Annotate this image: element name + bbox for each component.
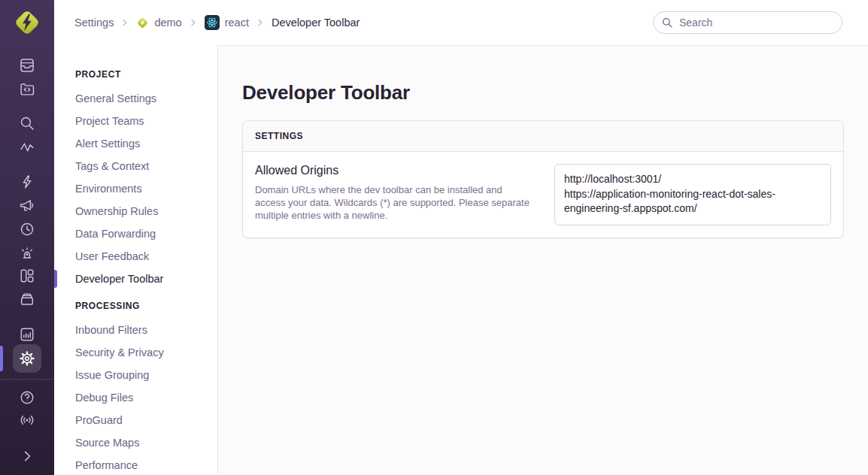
broadcast-icon: [19, 412, 35, 428]
feedback-megaphone-icon: [19, 197, 35, 213]
sidebar-item-user-feedback[interactable]: User Feedback: [54, 245, 217, 268]
sidebar-item-source-maps[interactable]: Source Maps: [54, 431, 217, 454]
sidebar-item-performance[interactable]: Performance: [54, 454, 217, 475]
breadcrumb-project-react[interactable]: react: [205, 15, 249, 30]
sidebar-item-debug-files[interactable]: Debug Files: [54, 386, 217, 409]
sidebar-item-data-forwarding[interactable]: Data Forwarding: [54, 222, 217, 245]
sentry-logo-icon: [13, 8, 41, 37]
traces-icon: [19, 139, 35, 156]
nav-replays[interactable]: [12, 217, 42, 241]
search-input[interactable]: [653, 11, 842, 34]
breadcrumb-current-page: Developer Toolbar: [272, 17, 360, 29]
help-icon: [19, 389, 35, 406]
field-info: Allowed Origins Domain URLs where the de…: [255, 164, 554, 222]
breadcrumb-label: Settings: [74, 17, 114, 29]
explore-search-icon: [19, 115, 35, 132]
sidebar-item-inbound-filters[interactable]: Inbound Filters: [54, 319, 217, 341]
rail-divider: [0, 379, 54, 380]
nav-dashboards[interactable]: [12, 264, 42, 288]
sidebar-section-processing: PROCESSING: [54, 301, 217, 311]
nav-traces[interactable]: [12, 135, 42, 159]
alerts-lightning-icon: [19, 174, 35, 190]
nav-help[interactable]: [12, 386, 42, 410]
chevron-separator-icon: [189, 18, 198, 27]
nav-feedback[interactable]: [12, 193, 42, 217]
releases-archive-icon: [19, 291, 35, 307]
sidebar-item-general-settings[interactable]: General Settings: [54, 87, 217, 110]
settings-gear-icon: [19, 350, 35, 367]
sidebar-item-tags-context[interactable]: Tags & Context: [54, 155, 217, 177]
breadcrumb-label: Developer Toolbar: [272, 17, 360, 29]
sentry-diamond-icon: [136, 17, 149, 29]
allowed-origins-label: Allowed Origins: [255, 164, 533, 177]
sidebar-item-security-privacy[interactable]: Security & Privacy: [54, 341, 217, 364]
breadcrumb-label: react: [225, 17, 249, 29]
nav-expand[interactable]: [12, 444, 42, 468]
issues-icon: [19, 57, 35, 74]
nav-stats[interactable]: [12, 322, 42, 346]
sidebar-item-ownership-rules[interactable]: Ownership Rules: [54, 200, 217, 222]
sidebar-item-alert-settings[interactable]: Alert Settings: [54, 132, 217, 155]
breadcrumb-settings[interactable]: Settings: [74, 17, 114, 29]
search-box: [653, 11, 842, 34]
sidebar-item-proguard[interactable]: ProGuard: [54, 409, 217, 431]
stats-bar-chart-icon: [19, 326, 35, 343]
search-icon: [661, 17, 673, 32]
nav-whats-new[interactable]: [12, 408, 42, 432]
rail-active-indicator: [0, 346, 3, 371]
panel-body: Allowed Origins Domain URLs where the de…: [243, 152, 843, 238]
breadcrumb: Settings demo: [74, 15, 360, 30]
nav-issues[interactable]: [12, 53, 42, 77]
breadcrumb-label: demo: [154, 17, 181, 29]
nav-releases[interactable]: [12, 287, 42, 311]
nav-settings[interactable]: [13, 344, 41, 373]
field-input: http://localhost:3001/ https://applicati…: [554, 164, 831, 225]
panel-header: SETTINGS: [243, 121, 843, 152]
crons-siren-icon: [19, 244, 35, 261]
dashboards-icon: [19, 268, 35, 284]
settings-panel: SETTINGS Allowed Origins Domain URLs whe…: [242, 120, 844, 238]
sidebar-section-project: PROJECT: [54, 69, 217, 80]
sidebar-item-developer-toolbar[interactable]: Developer Toolbar: [54, 268, 217, 290]
chevron-separator-icon: [256, 18, 265, 27]
sidebar-item-project-teams[interactable]: Project Teams: [54, 110, 217, 132]
react-avatar: [205, 15, 220, 30]
sidebar-item-environments[interactable]: Environments: [54, 177, 217, 200]
nav-crons[interactable]: [12, 241, 42, 265]
allowed-origins-description: Domain URLs where the dev toolbar can be…: [255, 183, 533, 222]
nav-explore[interactable]: [12, 111, 42, 135]
top-header: Settings demo: [54, 0, 868, 45]
sidebar-item-issue-grouping[interactable]: Issue Grouping: [54, 364, 217, 386]
chevron-separator-icon: [120, 18, 129, 27]
icon-rail: [0, 0, 54, 475]
allowed-origins-textarea[interactable]: http://localhost:3001/ https://applicati…: [554, 164, 831, 225]
nav-projects[interactable]: [12, 77, 42, 101]
projects-icon: [19, 80, 35, 97]
sentry-logo[interactable]: [13, 8, 41, 37]
chevron-right-icon: [19, 448, 35, 464]
replays-clock-icon: [19, 221, 35, 238]
page-title: Developer Toolbar: [242, 81, 844, 104]
breadcrumb-org-demo[interactable]: demo: [136, 17, 181, 29]
main-content: Developer Toolbar SETTINGS Allowed Origi…: [218, 45, 868, 475]
settings-sidebar: PROJECT General Settings Project Teams A…: [54, 45, 218, 475]
nav-alerts[interactable]: [12, 170, 42, 194]
